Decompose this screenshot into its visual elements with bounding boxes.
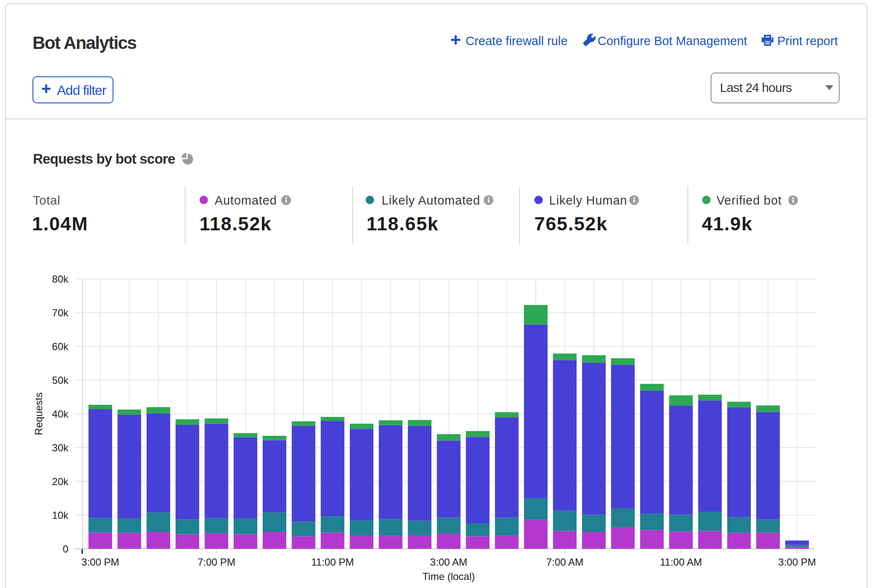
svg-text:11:00 AM: 11:00 AM bbox=[660, 556, 702, 568]
svg-text:70k: 70k bbox=[52, 307, 69, 318]
svg-text:0: 0 bbox=[63, 543, 68, 555]
svg-text:7:00 AM: 7:00 AM bbox=[546, 556, 583, 568]
svg-text:10k: 10k bbox=[52, 510, 69, 521]
svg-text:Requests: Requests bbox=[33, 392, 44, 435]
svg-text:Time (local): Time (local) bbox=[423, 571, 475, 582]
svg-text:20k: 20k bbox=[52, 476, 69, 487]
svg-text:3:00 AM: 3:00 AM bbox=[430, 556, 467, 568]
svg-text:3:00 PM: 3:00 PM bbox=[81, 556, 119, 568]
svg-text:60k: 60k bbox=[52, 341, 69, 352]
svg-text:7:00 PM: 7:00 PM bbox=[198, 556, 235, 568]
svg-text:40k: 40k bbox=[52, 408, 69, 420]
svg-text:11:00 PM: 11:00 PM bbox=[311, 556, 354, 568]
svg-text:30k: 30k bbox=[52, 442, 69, 453]
svg-text:50k: 50k bbox=[52, 375, 69, 386]
svg-text:3:00 PM: 3:00 PM bbox=[778, 556, 816, 568]
svg-text:80k: 80k bbox=[52, 273, 69, 285]
